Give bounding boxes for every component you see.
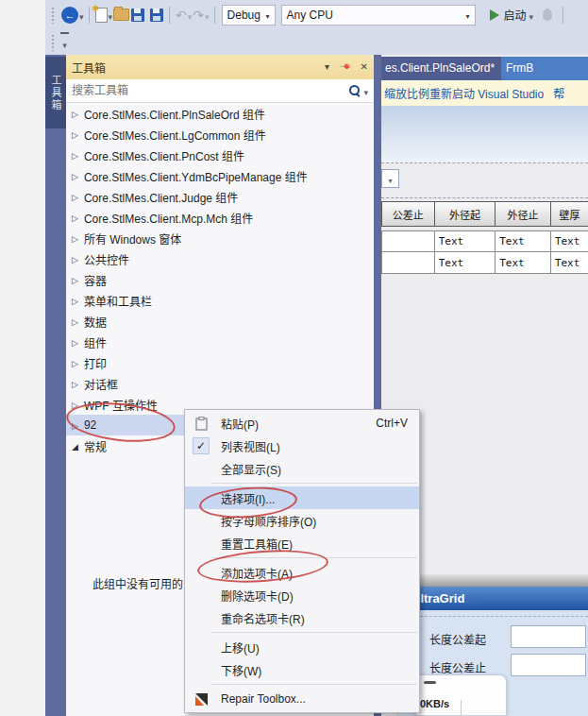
expander-collapsed-icon[interactable] — [72, 169, 84, 182]
toolbox-context-menu: 粘贴(P) Ctrl+V 列表视图(L) 全部显示(S) 选择项(I)... 按… — [184, 409, 420, 713]
menu-item-sort-alphabetically[interactable]: 按字母顺序排序(O) — [185, 509, 419, 532]
expander-collapsed-icon[interactable] — [72, 211, 84, 224]
empty-group-message: 此组中没有可用的 — [92, 575, 183, 591]
search-input[interactable] — [72, 84, 348, 97]
expander-collapsed-icon[interactable] — [72, 190, 84, 203]
toolbar-separator — [89, 7, 90, 24]
autohide-channel: 工具箱 — [45, 55, 66, 716]
form-combobox[interactable] — [381, 169, 399, 188]
widget-divider — [461, 700, 462, 716]
toolbox-group-label: 常规 — [84, 438, 107, 454]
toolbox-group[interactable]: Core.StlMes.Client.LgCommon 组件 — [66, 124, 374, 145]
hot-reload-button[interactable] — [542, 4, 553, 26]
toolbox-group[interactable]: 所有 Windows 窗体 — [66, 228, 374, 248]
undo-button[interactable]: ↶ — [175, 4, 188, 26]
grid-body: Text Text Text Text Text Text — [381, 230, 588, 274]
toolbox-group[interactable]: Core.StlMes.Client.PnCost 组件 — [66, 145, 374, 165]
menu-item-repair-toolbox[interactable]: Repair Toolbox... — [185, 688, 419, 710]
grid-cell: Text — [435, 252, 496, 274]
menu-item-show-all[interactable]: 全部显示(S) — [185, 457, 419, 480]
toolbar-row-standard: ← ↶ ↷ Debug Any CPU 启动 — [45, 0, 588, 29]
menu-item-list-view[interactable]: 列表视图(L) — [185, 435, 419, 457]
new-item-icon — [95, 8, 108, 23]
restart-link[interactable]: 缩放比例重新启动 Visual Studio — [384, 85, 544, 101]
start-debugging-button[interactable]: 启动 — [489, 4, 535, 26]
close-icon[interactable]: ✕ — [361, 62, 368, 72]
expander-collapsed-icon[interactable] — [72, 335, 84, 349]
toolbar-drag-grip[interactable] — [51, 7, 56, 24]
search-options-caret-icon[interactable] — [363, 82, 368, 99]
expander-collapsed-icon[interactable] — [72, 294, 84, 307]
save-button[interactable] — [130, 4, 145, 26]
new-item-button[interactable] — [94, 4, 109, 26]
expander-collapsed-icon[interactable] — [72, 398, 84, 411]
toolbox-group[interactable]: 打印 — [66, 352, 374, 373]
length-tolerance-from-input[interactable] — [511, 625, 586, 648]
solution-platform-combo[interactable]: Any CPU — [281, 5, 476, 26]
combo-caret-icon — [388, 170, 392, 187]
grid-col-header: 公差止 — [381, 201, 435, 227]
toolbar-overflow-button[interactable] — [60, 32, 69, 52]
net-speed-widget[interactable]: 0KB/s — [415, 674, 507, 716]
toolbox-group[interactable]: 组件 — [66, 332, 374, 352]
expander-collapsed-icon[interactable] — [72, 107, 84, 120]
expander-collapsed-icon[interactable] — [72, 252, 84, 265]
toolbox-autohide-tab[interactable]: 工具箱 — [45, 57, 66, 128]
window-position-menu-icon[interactable]: ▾ — [325, 62, 329, 72]
menu-item-label: 按字母顺序排序(O) — [221, 513, 408, 529]
open-file-button[interactable] — [112, 4, 130, 26]
menu-item-choose-items[interactable]: 选择项(I)... — [185, 486, 419, 509]
selection-dashed-border — [396, 616, 588, 617]
menu-item-rename-tab[interactable]: 重命名选项卡(R) — [185, 606, 419, 629]
expander-collapsed-icon[interactable] — [72, 356, 84, 369]
toolbox-group-label: 数据 — [84, 314, 107, 330]
expander-collapsed-icon[interactable] — [72, 377, 84, 390]
help-link[interactable]: 帮 — [553, 85, 564, 101]
toolbox-group[interactable]: 数据 — [66, 311, 374, 332]
toolbox-group[interactable]: 公共控件 — [66, 248, 374, 269]
toolbar-drag-grip[interactable] — [51, 34, 56, 51]
toolbox-group[interactable]: Core.StlMes.Client.YdmBcPipeManage 组件 — [66, 165, 374, 186]
toolbox-group[interactable]: Core.StlMes.Client.PlnSaleOrd 组件 — [66, 103, 374, 124]
tab-plnsaleord[interactable]: es.Client.PlnSaleOrd* — [381, 57, 501, 80]
toolbox-group[interactable]: Core.StlMes.Client.Judge 组件 — [66, 186, 374, 207]
toolbox-group[interactable]: Core.StlMes.Client.Mcp.Mch 组件 — [66, 207, 374, 228]
toolbox-group[interactable]: 对话框 — [66, 373, 374, 394]
pin-icon[interactable]: 📍 — [340, 61, 349, 73]
menu-item-move-down[interactable]: 下移(W) — [185, 658, 419, 681]
toolbox-tab-label: 工具箱 — [48, 75, 63, 111]
solution-configuration-combo[interactable]: Debug — [222, 5, 276, 26]
redo-button[interactable]: ↷ — [192, 4, 205, 26]
menu-item-reset-toolbox[interactable]: 重置工具箱(E) — [185, 532, 419, 554]
grid-cell: Text — [551, 252, 588, 274]
toolbox-header[interactable]: 工具箱 ▾ 📍 ✕ — [66, 55, 374, 79]
expander-collapsed-icon[interactable] — [72, 418, 84, 432]
toolbox-group[interactable]: 菜单和工具栏 — [66, 290, 374, 311]
expander-collapsed-icon[interactable] — [72, 231, 84, 245]
search-icon[interactable] — [348, 84, 361, 97]
menu-item-add-tab[interactable]: 添加选项卡(A) — [185, 561, 419, 584]
toolbox-group-label: Core.StlMes.Client.PnCost 组件 — [84, 147, 244, 163]
platform-value: Any CPU — [287, 9, 333, 22]
menu-item-delete-tab[interactable]: 删除选项卡(D) — [185, 584, 419, 606]
expander-collapsed-icon[interactable] — [72, 315, 84, 328]
form-grid[interactable]: 公差止 外径起 外径止 壁厚 Text Text Text Text Text … — [381, 201, 588, 274]
menu-item-label: Repair Toolbox... — [221, 692, 408, 706]
menu-item-move-up[interactable]: 上移(U) — [185, 636, 419, 658]
toolbox-group[interactable]: 容器 — [66, 269, 374, 290]
back-dropdown-caret-icon[interactable] — [79, 7, 84, 24]
length-tolerance-to-input[interactable] — [511, 654, 586, 676]
grid-cell — [381, 252, 435, 274]
toolbar-overflow-icon — [60, 32, 69, 34]
expander-collapsed-icon[interactable] — [72, 128, 84, 141]
expander-collapsed-icon[interactable] — [72, 273, 84, 286]
expander-expanded-icon[interactable] — [72, 439, 84, 452]
toolbox-group-label: 容器 — [84, 272, 107, 288]
menu-item-paste[interactable]: 粘贴(P) Ctrl+V — [185, 412, 419, 435]
navigate-back-button[interactable]: ← — [60, 4, 79, 26]
tab-frmb[interactable]: FrmB — [501, 57, 588, 80]
expander-collapsed-icon[interactable] — [72, 148, 84, 162]
save-all-button[interactable] — [145, 4, 164, 26]
redo-dropdown-caret-icon[interactable] — [205, 7, 210, 24]
menu-separator — [211, 684, 417, 685]
